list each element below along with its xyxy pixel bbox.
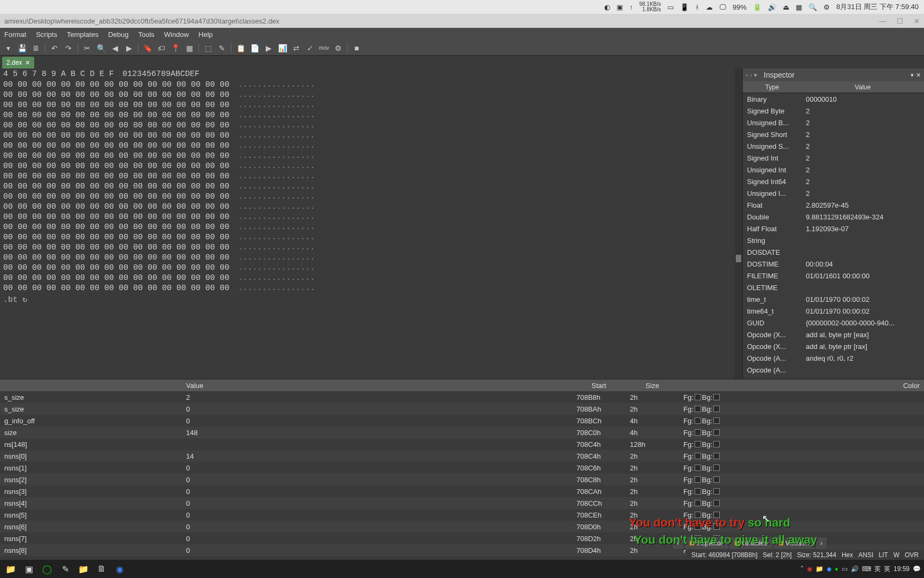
- inspector-row[interactable]: String: [743, 234, 924, 246]
- col-value[interactable]: Value: [182, 382, 572, 390]
- col-size[interactable]: Size: [626, 382, 679, 390]
- hex-row[interactable]: 00 00 00 00 00 00 00 00 00 00 00 00 00 0…: [3, 202, 739, 212]
- saveall-icon[interactable]: 🗎: [30, 42, 42, 54]
- screen-icon[interactable]: ▭: [667, 3, 674, 11]
- inspector-row[interactable]: Opcode (A...: [743, 364, 924, 376]
- inspector-row[interactable]: Half Float1.192093e-07: [743, 223, 924, 234]
- table-row[interactable]: nsns[0]14708C4h2hFg: Bg:: [0, 450, 924, 462]
- explorer-icon[interactable]: 📁: [3, 561, 18, 576]
- hex-row[interactable]: 00 00 00 00 00 00 00 00 00 00 00 00 00 0…: [3, 131, 739, 141]
- paste-icon[interactable]: 📄: [249, 42, 260, 54]
- display-icon[interactable]: 🖵: [719, 3, 726, 11]
- hex-row[interactable]: 00 00 00 00 00 00 00 00 00 00 00 00 00 0…: [3, 253, 739, 263]
- tray-icon[interactable]: ▭: [842, 565, 848, 573]
- app-icon[interactable]: 🗎: [94, 561, 109, 576]
- hex-row[interactable]: 00 00 00 00 00 00 00 00 00 00 00 00 00 0…: [3, 181, 739, 192]
- app-icon[interactable]: ✎: [58, 561, 73, 576]
- inspector-row[interactable]: Binary00000010: [743, 93, 924, 105]
- inspector-row[interactable]: Signed Byte2: [743, 105, 924, 117]
- col-color[interactable]: Color: [679, 382, 924, 390]
- redo-icon[interactable]: ↷: [63, 42, 74, 54]
- goto-icon[interactable]: 📍: [170, 42, 181, 54]
- open-icon[interactable]: ▾: [2, 42, 14, 54]
- inspector-row[interactable]: Signed Short2: [743, 128, 924, 140]
- inspector-row[interactable]: Signed Int642: [743, 176, 924, 187]
- notifications-icon[interactable]: 💬: [913, 565, 921, 573]
- col-value[interactable]: Value: [802, 83, 924, 91]
- hex-row[interactable]: 00 00 00 00 00 00 00 00 00 00 00 00 00 0…: [3, 151, 739, 161]
- status-hex[interactable]: Hex: [842, 551, 853, 559]
- tray-icon[interactable]: 📁: [815, 565, 823, 573]
- menu-window[interactable]: Window: [164, 31, 189, 39]
- highlight-icon[interactable]: ✎: [216, 42, 228, 54]
- inspector-row[interactable]: Unsigned S...2: [743, 140, 924, 152]
- inspector-row[interactable]: Unsigned Int2: [743, 164, 924, 176]
- tray-icon[interactable]: 🔊: [851, 565, 859, 573]
- hex-row[interactable]: 00 00 00 00 00 00 00 00 00 00 00 00 00 0…: [3, 110, 739, 120]
- cut-icon[interactable]: ✂: [81, 42, 93, 54]
- select-icon[interactable]: ▦: [183, 42, 195, 54]
- menu-scripts[interactable]: Scripts: [36, 31, 57, 39]
- inspector-row[interactable]: Opcode (X...add al, byte ptr [rax]: [743, 340, 924, 352]
- inspector-row[interactable]: Double9.88131291682493e-324: [743, 211, 924, 223]
- grid-icon[interactable]: ▦: [796, 3, 802, 11]
- ime-indicator[interactable]: 英: [884, 565, 890, 574]
- table-row[interactable]: nsns[3]0708CAh2hFg: Bg:: [0, 485, 924, 497]
- status-w[interactable]: W: [894, 551, 899, 559]
- hex-icon[interactable]: ⬚: [202, 42, 214, 54]
- chrome-icon[interactable]: ◉: [112, 561, 127, 576]
- app-icon[interactable]: ◯: [40, 561, 55, 576]
- hex-row[interactable]: 00 00 00 00 00 00 00 00 00 00 00 00 00 0…: [3, 283, 739, 293]
- bookmark2-icon[interactable]: 🏷: [156, 42, 167, 54]
- table-row[interactable]: ns[148]708C4h128hFg: Bg:: [0, 438, 924, 450]
- next-icon[interactable]: ▶: [123, 42, 135, 54]
- tray-icon[interactable]: ◆: [827, 565, 831, 573]
- maximize-icon[interactable]: ☐: [897, 17, 903, 25]
- inspector-row[interactable]: time64_t01/01/1970 00:00:02: [743, 305, 924, 317]
- table-row[interactable]: size148708C0h4hFg: Bg:: [0, 427, 924, 438]
- minimize-icon[interactable]: —: [879, 17, 886, 25]
- find-icon[interactable]: 🔍: [95, 42, 107, 54]
- checksum-icon[interactable]: ✓: [304, 42, 316, 54]
- hex-row[interactable]: 00 00 00 00 00 00 00 00 00 00 00 00 00 0…: [3, 90, 739, 100]
- inspector-row[interactable]: DOSTIME00:00:04: [743, 258, 924, 270]
- stop-icon[interactable]: ■: [351, 42, 363, 54]
- menu-help[interactable]: Help: [198, 31, 213, 39]
- dropdown-icon[interactable]: ▾: [754, 72, 757, 79]
- volume-icon[interactable]: 🔊: [768, 3, 776, 11]
- hex-row[interactable]: 00 00 00 00 00 00 00 00 00 00 00 00 00 0…: [3, 263, 739, 273]
- keyboard-icon[interactable]: ⌨: [862, 565, 871, 573]
- phone-icon[interactable]: 📱: [680, 3, 689, 11]
- bookmark-icon[interactable]: 🔖: [142, 42, 153, 54]
- inspector-row[interactable]: Float2.802597e-45: [743, 199, 924, 211]
- terminal-icon[interactable]: ▣: [21, 561, 36, 576]
- control-center-icon[interactable]: ⚙: [823, 3, 830, 11]
- run-icon[interactable]: ▶: [263, 42, 274, 54]
- template-icon[interactable]: ⚙: [332, 42, 344, 54]
- next-icon[interactable]: ›: [750, 72, 752, 79]
- table-row[interactable]: nsns[2]0708C8h2hFg: Bg:: [0, 474, 924, 485]
- eject-icon[interactable]: ⏏: [783, 3, 789, 11]
- copy-icon[interactable]: 📋: [235, 42, 247, 54]
- prev-icon[interactable]: ‹: [746, 72, 748, 79]
- hex-row[interactable]: 00 00 00 00 00 00 00 00 00 00 00 00 00 0…: [3, 222, 739, 232]
- tab-next[interactable]: ›: [816, 537, 827, 549]
- close-icon[interactable]: ✕: [916, 72, 921, 79]
- hex-row[interactable]: 00 00 00 00 00 00 00 00 00 00 00 00 00 0…: [3, 212, 739, 222]
- mov-icon[interactable]: mov: [318, 42, 330, 54]
- calc-icon[interactable]: 📊: [276, 42, 288, 54]
- menu-debug[interactable]: Debug: [108, 31, 128, 39]
- undo-icon[interactable]: ↶: [49, 42, 60, 54]
- hex-editor[interactable]: 4 5 6 7 8 9 A B C D E F 0123456789ABCDEF…: [0, 69, 742, 379]
- table-row[interactable]: g_info_off0708BCh4hFg: Bg:: [0, 415, 924, 427]
- inspector-row[interactable]: Opcode (A...andeq r0, r0, r2: [743, 352, 924, 364]
- status-ovr[interactable]: OVR: [905, 551, 919, 559]
- inspector-row[interactable]: DOSDATE: [743, 246, 924, 258]
- prev-icon[interactable]: ◀: [109, 42, 121, 54]
- menu-icon[interactable]: ▾: [911, 72, 914, 79]
- compare-icon[interactable]: ⇄: [290, 42, 302, 54]
- col-type[interactable]: Type: [743, 83, 802, 91]
- col-start[interactable]: Start: [572, 382, 626, 390]
- tray-icon[interactable]: ●: [835, 565, 838, 573]
- menu-templates[interactable]: Templates: [67, 31, 98, 39]
